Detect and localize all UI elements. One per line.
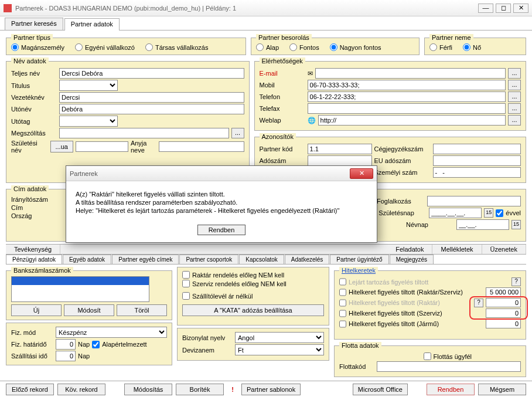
modal-line-3: Helye: "Hitelkeret és lejárt tartozás pa… — [76, 207, 367, 214]
modal-close-button[interactable]: ✕ — [350, 168, 373, 179]
modal-dialog: Partnerek ✕ A(z) "Raktári" hitelkeret fi… — [66, 165, 377, 243]
modal-overlay: Partnerek ✕ A(z) "Raktári" hitelkeret fi… — [0, 0, 532, 417]
modal-line-2: A tiltás beállítása rendszer paraméterbe… — [76, 199, 367, 206]
modal-title: Partnerek — [70, 170, 350, 177]
modal-ok-button[interactable]: Rendben — [197, 225, 246, 235]
modal-line-1: A(z) "Raktári" hitelkeret figyelés válll… — [76, 191, 367, 198]
modal-body: A(z) "Raktári" hitelkeret figyelés válll… — [66, 181, 377, 221]
